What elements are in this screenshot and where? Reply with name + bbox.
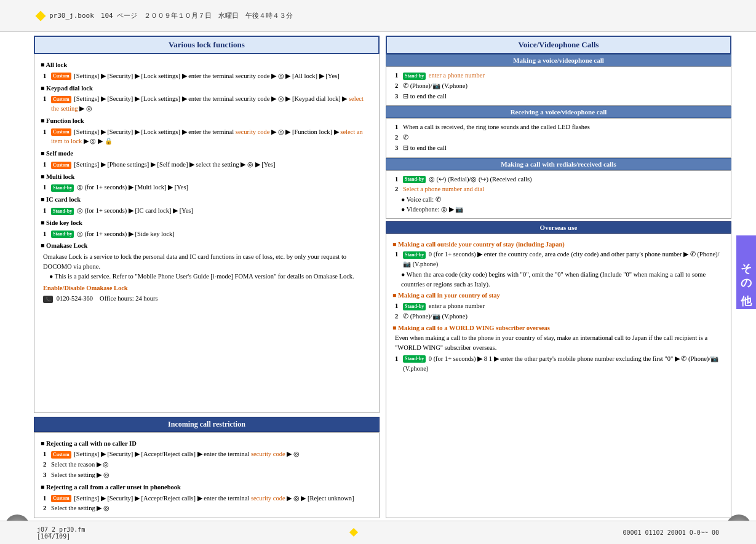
overseas-outside-bullet1: When the area code (city code) begins wi… [401, 270, 725, 290]
diamond-icon [36, 10, 46, 21]
bottom-right: 00001 01102 20001 0-0~~ 00 [623, 529, 719, 536]
world-wing-step1: 1 Stand-by 0 (for 1+ seconds) ▶ 8 1 ▶ en… [395, 354, 725, 374]
voice-videophone-heading: Voice/Videophone Calls [386, 36, 731, 54]
reject-no-caller-heading: Rejecting a call with no caller ID [41, 439, 373, 449]
omakase-enable-heading: Enable/Disable Omakase Lock [43, 283, 373, 294]
self-mode-step1: 1 Custom [Settings] ▶ [Phone settings] ▶… [43, 160, 373, 170]
badge-custom-5: Custom [51, 451, 71, 459]
keypad-dial-lock-heading: Keypad dial lock [41, 84, 373, 94]
multi-lock-heading: Multi lock [41, 172, 373, 183]
bottom-bar: j07_2_pr30.fm [104/109] 00001 01102 2000… [0, 521, 756, 544]
badge-standby-r3: Stand-by [403, 251, 426, 259]
incoming-call-heading: Incoming call restriction [34, 417, 380, 432]
badge-standby-2: Stand-by [51, 208, 74, 215]
bottom-center [351, 529, 357, 537]
reject-no-caller-step3: 3 Select the setting ▶ ◎ [43, 470, 373, 480]
bottom-diamond [349, 527, 358, 536]
receiving-call-subheading: Receiving a voice/videophone call [386, 106, 731, 118]
side-tab-text: その他 [739, 256, 754, 289]
self-mode-heading: Self mode [41, 149, 373, 159]
redials-subheading: Making a call with redials/received call… [386, 158, 731, 170]
hotline: 📞 0120-524-360 Office hours: 24 hours [43, 294, 373, 304]
overseas-heading: Overseas use [386, 221, 731, 234]
incoming-call-content: Rejecting a call with no caller ID 1 Cus… [34, 432, 380, 518]
receiving-step1: 1 When a call is received, the ring tone… [395, 122, 725, 132]
badge-custom-6: Custom [51, 495, 71, 502]
making-call-content: 1 Stand-by enter a phone number 2 ✆ (Pho… [386, 66, 731, 106]
overseas-stay-step1: 1 Stand-by enter a phone number [395, 301, 725, 311]
side-tab: その他 [736, 235, 756, 309]
badge-standby-r5: Stand-by [403, 355, 426, 363]
phone-icon: 📞 [43, 296, 53, 303]
making-call-step2: 2 ✆ (Phone)/📷 (V.phone) [395, 81, 725, 91]
side-key-lock-heading: Side key lock [41, 218, 373, 229]
world-wing-body: Even when making a call to the phone in … [395, 333, 725, 353]
badge-standby-3: Stand-by [51, 231, 74, 238]
reject-no-caller-step2: 2 Select the reason ▶ ◎ [43, 460, 373, 470]
redials-step2: 2 Select a phone number and dial [395, 184, 725, 194]
left-column: Various lock functions All lock 1 Custom… [34, 36, 380, 518]
overseas-stay-step2: 2 ✆ (Phone)/📷 (V.phone) [395, 312, 725, 321]
redials-step1: 1 Stand-by ◎ (↩) (Redial)/◎ (↪) (Receive… [395, 175, 725, 184]
overseas-outside-step1: 1 Stand-by 0 (for 1+ seconds) ▶ enter th… [395, 250, 725, 269]
badge-custom-2: Custom [51, 96, 71, 103]
function-lock-heading: Function lock [41, 116, 373, 127]
overseas-outside-heading: ■ Making a call outside your country of … [392, 240, 725, 250]
all-lock-heading: All lock [41, 60, 373, 71]
multi-lock-step1: 1 Stand-by ◎ (for 1+ seconds) ▶ [Multi l… [43, 183, 373, 192]
function-lock-step1: 1 Custom [Settings] ▶ [Security] ▶ [Lock… [43, 127, 373, 147]
right-column: Voice/Videophone Calls Making a voice/vi… [386, 36, 731, 518]
badge-standby-r4: Stand-by [403, 303, 426, 310]
main-content: Various lock functions All lock 1 Custom… [34, 36, 731, 518]
side-key-lock-step1: 1 Stand-by ◎ (for 1+ seconds) ▶ [Side ke… [43, 229, 373, 239]
making-call-subheading: Making a voice/videophone call [386, 54, 731, 66]
omakase-bullet1: This is a paid service. Refer to "Mobile… [49, 272, 373, 282]
reject-unknown-heading: Rejecting a call from a caller unset in … [41, 483, 373, 493]
various-lock-heading: Various lock functions [34, 36, 380, 54]
reject-no-caller-step1: 1 Custom [Settings] ▶ [Security] ▶ [Acce… [43, 449, 373, 459]
badge-custom-4: Custom [51, 162, 71, 169]
omakase-body: Omakase Lock is a service to lock the pe… [43, 252, 373, 272]
overseas-world-wing-heading: ■ Making a call to a WORLD WING subscrib… [392, 323, 725, 334]
reject-unknown-step1: 1 Custom [Settings] ▶ [Security] ▶ [Acce… [43, 494, 373, 503]
ic-card-lock-heading: IC card lock [41, 195, 373, 205]
top-bar-text: pr30_j.book 104 ページ ２００９年１０月７日 水曜日 午後４時４… [49, 11, 293, 20]
redials-video-bullet: Videophone: ◎ ▶ 📷 [401, 205, 725, 215]
ic-card-lock-step1: 1 Stand-by ◎ (for 1+ seconds) ▶ [IC card… [43, 206, 373, 216]
redials-voice-bullet: Voice call: ✆ [401, 195, 725, 205]
badge-standby-r1: Stand-by [403, 73, 426, 80]
making-call-step1: 1 Stand-by enter a phone number [395, 71, 725, 81]
reject-unknown-step2: 2 Select the setting ▶ ◎ [43, 503, 373, 513]
bottom-left: j07_2_pr30.fm [104/109] [37, 526, 85, 540]
badge-standby-r2: Stand-by [403, 176, 426, 183]
making-call-step3: 3 ⊟ to end the call [395, 92, 725, 101]
badge-standby-1: Stand-by [51, 184, 74, 192]
receiving-step3: 3 ⊟ to end the call [395, 143, 725, 153]
keypad-step1: 1 Custom [Settings] ▶ [Security] ▶ [Lock… [43, 94, 373, 114]
various-lock-content: All lock 1 Custom [Settings] ▶ [Security… [34, 54, 380, 413]
receiving-call-content: 1 When a call is received, the ring tone… [386, 118, 731, 157]
overseas-content: ■ Making a call outside your country of … [386, 234, 731, 519]
all-lock-step1: 1 Custom [Settings] ▶ [Security] ▶ [Lock… [43, 71, 373, 81]
various-lock-title: Various lock functions [169, 40, 245, 49]
redials-content: 1 Stand-by ◎ (↩) (Redial)/◎ (↪) (Receive… [386, 170, 731, 219]
receiving-step2: 2 ✆ [395, 133, 725, 143]
overseas-stay-heading: ■ Making a call in your country of stay [392, 291, 725, 301]
badge-custom-3: Custom [51, 128, 71, 136]
top-bar: pr30_j.book 104 ページ ２００９年１０月７日 水曜日 午後４時４… [0, 0, 756, 32]
omakase-lock-heading: Omakase Lock [41, 241, 373, 251]
badge-custom: Custom [51, 73, 71, 80]
